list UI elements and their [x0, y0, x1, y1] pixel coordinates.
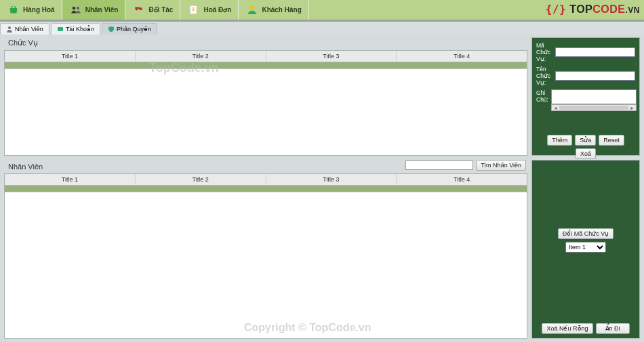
button-row-chucvu: Thêm Sửa Reset Xoá	[536, 114, 635, 159]
scroll-right-icon[interactable]: ►	[630, 106, 635, 110]
section-header-nhanvien: Nhân Viên Tìm Nhân Viên	[4, 160, 527, 173]
user-icon	[6, 26, 13, 33]
row-doima: Đổi Mã Chức Vụ Item 1	[536, 221, 635, 253]
svg-point-5	[140, 9, 142, 10]
ribbon-label: Nhân Viên	[85, 6, 119, 14]
ribbon-label: Hàng Hoá	[23, 6, 55, 14]
reset-button[interactable]: Reset	[599, 135, 624, 146]
sua-button[interactable]: Sửa	[575, 135, 596, 146]
searchbar: Tìm Nhân Viên	[405, 160, 527, 172]
column-header[interactable]: Title 1	[5, 174, 136, 185]
subtab-bar: Nhân Viên Tài Khoản Phân Quyền	[0, 20, 644, 35]
input-tenchucvu[interactable]	[555, 71, 635, 81]
chucvu-select[interactable]: Item 1	[565, 242, 606, 253]
subtab-label: Nhân Viên	[15, 26, 43, 33]
ribbon-label: Hoá Đơn	[203, 6, 231, 14]
form-chucvu: Mã Chức Vụ: Tên Chức Vụ: Ghi Chú: ◄► Thê…	[531, 37, 640, 156]
column-header[interactable]: Title 3	[266, 51, 397, 62]
label-tenchucvu: Tên Chức Vụ:	[536, 66, 552, 86]
ribbon-item-hanghoa[interactable]: Hàng Hoá	[0, 0, 62, 20]
svg-point-1	[76, 6, 79, 9]
logo-text-vn: .VN	[625, 5, 640, 15]
subtab-phanquyen[interactable]: Phân Quyền	[102, 23, 157, 35]
section-title-nhanvien: Nhân Viên	[5, 161, 45, 172]
row-chucvu: Chức Vụ Title 1 Title 2 Title 3 Title 4 …	[4, 37, 640, 156]
logo-text-code: CODE	[592, 3, 625, 15]
form-nhanvien: Đổi Mã Chức Vụ Item 1 Xoá Nếu Rỗng Ẩn Đi	[531, 160, 640, 339]
table-body-empty[interactable]	[5, 192, 527, 338]
people-icon	[69, 3, 83, 17]
panel-chucvu: Title 1 Title 2 Title 3 Title 4	[4, 50, 527, 156]
svg-rect-2	[136, 7, 140, 9]
ribbon-item-khachhang[interactable]: Khách Hàng	[239, 0, 308, 20]
panel-nhanvien: Title 1 Title 2 Title 3 Title 4	[4, 173, 527, 339]
subtab-label: Phân Quyền	[117, 26, 151, 33]
svg-rect-10	[58, 27, 63, 31]
basket-icon	[7, 3, 20, 17]
card-icon	[57, 26, 64, 33]
column-header[interactable]: Title 2	[136, 51, 266, 62]
table-row-stripe	[5, 62, 527, 69]
them-button[interactable]: Thêm	[547, 135, 572, 146]
ribbon-item-hoadon[interactable]: $ Hoá Đơn	[180, 0, 239, 20]
subtab-taikhoan[interactable]: Tài Khoản	[51, 23, 100, 35]
subtab-label: Tài Khoản	[66, 26, 94, 33]
column-header[interactable]: Title 4	[397, 51, 527, 62]
label-machucvu: Mã Chức Vụ:	[536, 42, 552, 62]
braces-icon: {/}	[546, 3, 566, 16]
table-body-empty[interactable]	[5, 69, 527, 155]
xoa-button[interactable]: Xoá	[576, 148, 596, 159]
brand-logo: {/} TOPCODE.VN	[546, 3, 640, 16]
form-row-ghichu: Ghi Chú: ◄►	[536, 89, 635, 111]
panel-nhanvien-wrap: Nhân Viên Tìm Nhân Viên Title 1 Title 2 …	[4, 160, 527, 339]
svg-text:$: $	[193, 7, 195, 12]
label-ghichu: Ghi Chú:	[536, 89, 548, 103]
column-header[interactable]: Title 1	[5, 51, 136, 62]
invoice-icon: $	[187, 3, 201, 17]
panel-chucvu-wrap: Chức Vụ Title 1 Title 2 Title 3 Title 4	[4, 37, 527, 156]
svg-point-9	[8, 26, 11, 29]
column-header[interactable]: Title 4	[397, 174, 527, 185]
ribbon-label: Khách Hàng	[262, 6, 301, 14]
doima-button[interactable]: Đổi Mã Chức Vụ	[558, 228, 614, 239]
xoaneurong-button[interactable]: Xoá Nếu Rỗng	[542, 323, 592, 334]
form-row-machucvu: Mã Chức Vụ:	[536, 42, 635, 62]
svg-rect-3	[140, 7, 143, 9]
select-wrap: Item 1	[565, 242, 606, 253]
table-chucvu: Title 1 Title 2 Title 3 Title 4	[5, 51, 527, 155]
table-header: Title 1 Title 2 Title 3 Title 4	[5, 174, 527, 186]
column-header[interactable]: Title 3	[266, 174, 397, 185]
person-icon	[245, 3, 259, 17]
shield-icon	[108, 26, 115, 33]
table-row-stripe	[5, 186, 527, 192]
textarea-ghichu[interactable]	[551, 89, 637, 104]
section-title-chucvu: Chức Vụ	[5, 37, 41, 49]
ribbon-label: Đối Tác	[148, 6, 173, 14]
scroll-left-icon[interactable]: ◄	[553, 106, 558, 110]
scroll-thumb[interactable]	[559, 106, 628, 110]
svg-point-0	[72, 6, 75, 9]
search-button[interactable]: Tìm Nhân Viên	[476, 160, 526, 171]
ribbon-item-nhanvien[interactable]: Nhân Viên	[62, 0, 126, 20]
search-input[interactable]	[405, 161, 473, 170]
row-actions-bottom: Xoá Nếu Rỗng Ẩn Đi	[536, 296, 635, 334]
column-header[interactable]: Title 2	[136, 174, 266, 185]
scrollbar-horizontal[interactable]: ◄►	[551, 104, 637, 111]
textarea-wrap: ◄►	[551, 89, 637, 111]
table-nhanvien: Title 1 Title 2 Title 3 Title 4	[5, 174, 527, 338]
input-machucvu[interactable]	[555, 47, 635, 57]
svg-point-4	[136, 9, 138, 10]
subtab-nhanvien[interactable]: Nhân Viên	[0, 23, 49, 35]
ribbon-item-doitac[interactable]: Đối Tác	[125, 0, 180, 20]
section-header-chucvu: Chức Vụ	[4, 37, 527, 50]
svg-point-8	[250, 5, 254, 9]
table-header: Title 1 Title 2 Title 3 Title 4	[5, 51, 527, 62]
logo-text-top: TOP	[569, 3, 592, 15]
andi-button[interactable]: Ẩn Đi	[596, 323, 630, 334]
workarea: Chức Vụ Title 1 Title 2 Title 3 Title 4 …	[0, 35, 644, 342]
truck-icon	[132, 3, 146, 17]
row-nhanvien: Nhân Viên Tìm Nhân Viên Title 1 Title 2 …	[4, 160, 640, 339]
form-row-tenchucvu: Tên Chức Vụ:	[536, 66, 635, 86]
